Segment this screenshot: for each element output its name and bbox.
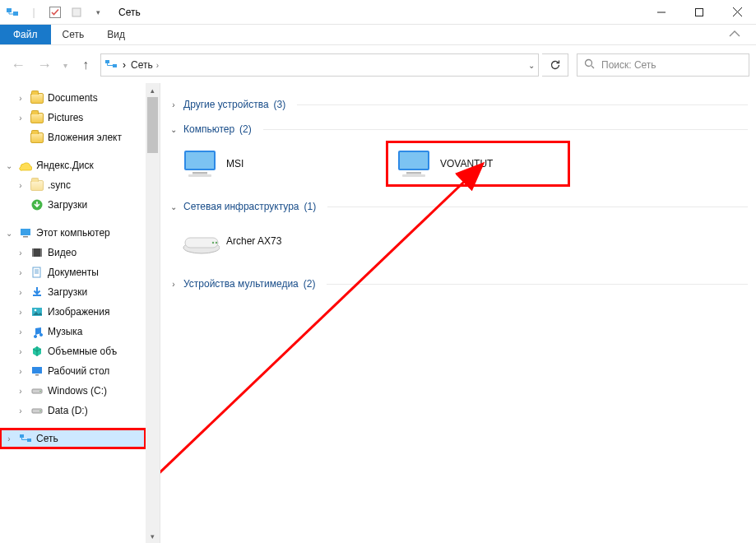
minimize-button[interactable]: [642, 0, 680, 25]
sidebar-item[interactable]: ›Документы: [0, 262, 146, 282]
chevron-right-icon[interactable]: ›: [15, 308, 26, 317]
yadisk-icon: [18, 158, 33, 173]
divider: [297, 104, 748, 105]
item-tile[interactable]: MSI: [174, 142, 355, 185]
svg-rect-37: [188, 174, 211, 177]
sidebar-item-label: Видео: [48, 247, 77, 258]
sidebar-item-label: Этот компьютер: [36, 227, 110, 239]
chevron-down-icon[interactable]: ⌄: [169, 125, 179, 134]
group-name: Компьютер: [183, 123, 234, 135]
item-tile[interactable]: Archer AX73: [174, 220, 355, 262]
sidebar-item[interactable]: ›Pictures: [0, 108, 146, 128]
sidebar-item[interactable]: Загрузки: [0, 195, 146, 215]
chevron-right-icon[interactable]: ›: [15, 387, 26, 396]
cube-icon: [30, 344, 44, 359]
chevron-right-icon: ›: [156, 61, 159, 70]
sidebar-item[interactable]: ›Рабочий стол: [0, 361, 146, 381]
sidebar-item[interactable]: ›Видео: [0, 243, 146, 262]
nav-row: ← → ▾ ↑ › Сеть › ⌄ Поиск: Сеть: [7, 50, 749, 80]
address-dropdown-icon[interactable]: ⌄: [528, 61, 535, 70]
svg-rect-16: [32, 248, 34, 257]
ribbon-tab-view[interactable]: Вид: [95, 25, 137, 44]
sidebar-item[interactable]: ›Загрузки: [0, 282, 146, 302]
maximize-button[interactable]: [680, 0, 718, 25]
checkbox-icon[interactable]: [48, 5, 63, 20]
sidebar-item[interactable]: ›Сеть: [0, 429, 146, 448]
chevron-right-icon[interactable]: ›: [169, 280, 179, 289]
svg-rect-22: [33, 295, 41, 296]
svg-rect-13: [21, 229, 30, 235]
sidebar-item[interactable]: ⌄Этот компьютер: [0, 223, 146, 243]
sidebar-item-label: Объемные объ: [48, 346, 117, 357]
refresh-button[interactable]: [542, 53, 568, 77]
chevron-down-icon[interactable]: ⌄: [169, 202, 179, 211]
breadcrumb[interactable]: Сеть ›: [131, 59, 159, 71]
svg-rect-35: [186, 152, 214, 169]
desktop-icon: [30, 364, 44, 378]
group-header[interactable]: ›Устройства мультимедиа(2): [169, 274, 748, 294]
sidebar-item[interactable]: ⌄Яндекс.Диск: [0, 155, 146, 175]
divider: [263, 129, 748, 130]
close-button[interactable]: [718, 0, 756, 25]
divider: [327, 207, 748, 207]
svg-rect-26: [35, 374, 39, 376]
down-green-icon: [30, 197, 44, 212]
forward-button[interactable]: →: [33, 53, 56, 77]
chevron-down-icon[interactable]: ⌄: [3, 229, 15, 238]
scroll-up-button[interactable]: ▴: [146, 83, 160, 97]
svg-rect-36: [192, 172, 207, 174]
svg-rect-14: [23, 236, 28, 238]
group-header[interactable]: ⌄Компьютер(2): [169, 119, 748, 139]
up-button[interactable]: ↑: [74, 53, 97, 77]
svg-point-44: [212, 242, 214, 244]
chevron-right-icon[interactable]: ›: [15, 94, 26, 103]
address-bar[interactable]: › Сеть › ⌄: [100, 53, 539, 77]
chevron-right-icon[interactable]: ›: [15, 114, 26, 123]
chevron-right-icon[interactable]: ›: [15, 367, 26, 376]
chevron-right-icon[interactable]: ›: [15, 327, 26, 336]
sidebar-item[interactable]: ›Windows (C:): [0, 381, 146, 401]
sidebar-item[interactable]: ›Изображения: [0, 302, 146, 322]
sidebar-item[interactable]: ›Музыка: [0, 322, 146, 341]
chevron-right-icon[interactable]: ›: [15, 288, 26, 297]
item-tile[interactable]: VOVANTUT: [387, 142, 568, 185]
docs-icon: [30, 265, 44, 280]
back-button[interactable]: ←: [7, 53, 30, 77]
network-icon: [5, 5, 20, 20]
group-header[interactable]: ›Другие устройства(3): [169, 95, 748, 114]
sidebar-item[interactable]: Вложения элект: [0, 128, 146, 147]
sidebar-item[interactable]: ›Объемные объ: [0, 341, 146, 361]
sidebar-item[interactable]: ›.sync: [0, 175, 146, 195]
search-input[interactable]: Поиск: Сеть: [577, 53, 749, 77]
file-tab[interactable]: Файл: [0, 25, 51, 44]
svg-rect-8: [105, 60, 109, 63]
group-header[interactable]: ⌄Сетевая инфраструктура(1): [169, 197, 748, 216]
qat-overflow-icon[interactable]: ▾: [90, 5, 105, 20]
group-name: Сетевая инфраструктура: [183, 201, 299, 212]
chevron-right-icon[interactable]: ›: [169, 100, 179, 109]
history-dropdown[interactable]: ▾: [59, 53, 71, 77]
music-icon: [30, 324, 44, 339]
chevron-right-icon[interactable]: ›: [15, 268, 26, 277]
nav-pane: ›Documents›PicturesВложения элект⌄Яндекс…: [0, 83, 160, 543]
qat-dropdown-icon[interactable]: [69, 5, 84, 20]
sidebar-item[interactable]: ›Documents: [0, 88, 146, 108]
ribbon-collapse-button[interactable]: [717, 25, 756, 44]
ribbon-tab-network[interactable]: Сеть: [51, 25, 96, 44]
router-icon: [180, 225, 220, 258]
scroll-thumb[interactable]: [147, 97, 158, 153]
chevron-right-icon[interactable]: ›: [15, 181, 26, 190]
divider-icon: |: [26, 5, 41, 20]
chevron-down-icon[interactable]: ⌄: [3, 161, 15, 170]
ribbon: Файл Сеть Вид: [0, 25, 756, 45]
scroll-down-button[interactable]: ▾: [146, 529, 160, 543]
chevron-right-icon[interactable]: ›: [15, 248, 26, 258]
sidebar-item[interactable]: ›Data (D:): [0, 401, 146, 420]
chevron-right-icon[interactable]: ›: [15, 347, 26, 356]
down-blue-icon: [30, 285, 44, 299]
chevron-right-icon[interactable]: ›: [15, 406, 26, 415]
svg-line-11: [591, 66, 594, 68]
computer-icon: [180, 147, 220, 180]
chevron-right-icon[interactable]: ›: [3, 434, 15, 443]
sidebar-scrollbar[interactable]: ▴ ▾: [146, 83, 160, 543]
